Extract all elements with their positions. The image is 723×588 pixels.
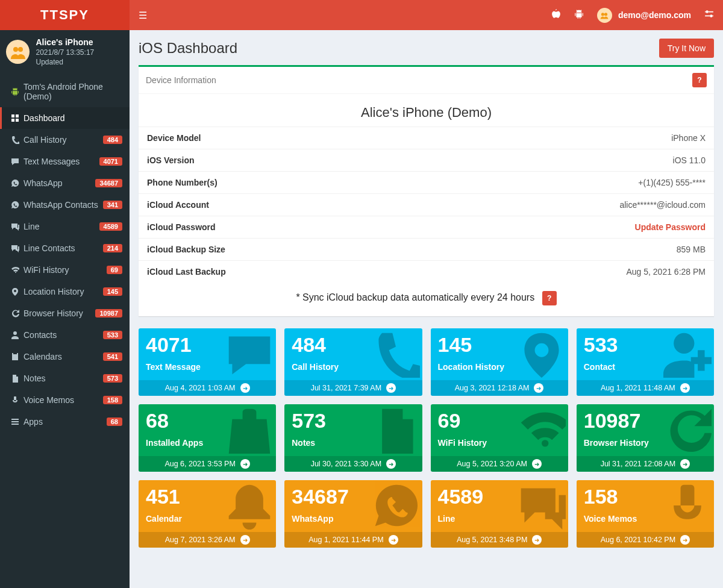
grid-icon (9, 114, 21, 122)
sidebar-item-label: Browser History (21, 308, 95, 318)
card-date: Aug 6, 2021 10:42 PM (601, 536, 675, 544)
card-date: Aug 5, 2021 3:20 AM (457, 460, 527, 468)
box-header: Device Information ? (139, 67, 714, 94)
brand-logo[interactable]: TTSPY (0, 0, 130, 30)
info-label: iCloud Account (139, 194, 416, 216)
sidebar-item-badge: 69 (107, 266, 122, 274)
whatsapp-icon (372, 481, 420, 537)
sync-note: * Sync iCloud backup data automatically … (139, 283, 714, 316)
card-call-history[interactable]: 484Call HistoryJul 31, 2021 7:39 AM➜ (284, 328, 422, 396)
sync-help-icon[interactable]: ? (542, 291, 557, 305)
sidebar-item-android-demo[interactable]: Tom's Android Phone (Demo) (0, 76, 130, 107)
card-installed-apps[interactable]: 68Installed AppsAug 6, 2021 3:53 PM➜ (139, 404, 276, 472)
cards-row: 4071Text MessageAug 4, 2021 1:03 AM➜484C… (134, 328, 718, 556)
info-label: iCloud Backup Size (139, 239, 416, 261)
info-row: iCloud PasswordUpdate Password (139, 216, 714, 239)
card-whatsapp[interactable]: 34687WhatsAppAug 1, 2021 11:44 PM➜ (284, 480, 422, 548)
map-pin-icon (9, 287, 21, 296)
help-icon[interactable]: ? (692, 73, 707, 87)
main-sidebar: Alice's iPhone 2021/8/7 13:35:17 Updated… (0, 30, 130, 588)
device-title: Alice's iPhone (Demo) (139, 94, 714, 127)
card-text-message[interactable]: 4071Text MessageAug 4, 2021 1:03 AM➜ (139, 328, 276, 396)
android-icon[interactable] (574, 9, 584, 21)
sidebar-item-badge: 533 (103, 331, 122, 339)
sidebar-item-location-history[interactable]: Location History145 (0, 281, 130, 302)
sidebar-item-notes[interactable]: Notes573 (0, 367, 130, 389)
sidebar-item-whatsapp[interactable]: WhatsApp34687 (0, 172, 130, 194)
svg-point-2 (706, 10, 709, 13)
sidebar-item-call-history[interactable]: Call History484 (0, 129, 130, 151)
sidebar-item-wifi-history[interactable]: WiFi History69 (0, 259, 130, 281)
card-wifi-history[interactable]: 69WiFi HistoryAug 5, 2021 3:20 AM➜ (431, 404, 568, 472)
card-notes[interactable]: 573NotesJul 30, 2021 3:30 AM➜ (284, 404, 422, 472)
sidebar-item-badge: 10987 (95, 309, 122, 317)
chat-icon (518, 481, 566, 537)
sidebar-item-apps[interactable]: Apps68 (0, 411, 130, 433)
sidebar-item-label: WhatsApp (21, 178, 95, 188)
device-info-table: Device ModeliPhone XiOS VersioniOS 11.0P… (139, 127, 714, 283)
device-panel[interactable]: Alice's iPhone 2021/8/7 13:35:17 Updated (0, 30, 130, 74)
sidebar-item-badge: 484 (103, 136, 122, 144)
sidebar-item-text-messages[interactable]: Text Messages4071 (0, 151, 130, 172)
info-row: iCloud Backup Size859 MB (139, 239, 714, 261)
update-password-link[interactable]: Update Password (635, 222, 706, 232)
map-pin-icon (518, 330, 566, 385)
sidebar-item-badge: 68 (107, 418, 122, 426)
try-it-now-button[interactable]: Try It Now (659, 39, 714, 58)
svg-point-5 (18, 47, 23, 52)
sidebar-item-badge: 34687 (95, 179, 122, 187)
card-date: Aug 3, 2021 12:18 AM (455, 384, 530, 392)
sidebar-item-label: Calendars (21, 352, 103, 361)
content-wrapper: iOS Dashboard Try It Now Device Informat… (130, 30, 723, 556)
sidebar-item-badge: 541 (103, 352, 122, 361)
svg-point-0 (601, 13, 604, 16)
card-calendar[interactable]: 451CalendarAug 7, 2021 3:26 AM➜ (139, 480, 276, 548)
info-value: iPhone X (416, 127, 714, 149)
refresh-icon (663, 405, 712, 461)
device-name: Alice's iPhone (36, 37, 122, 47)
apple-icon[interactable] (551, 9, 561, 21)
user-email: demo@demo.com (618, 10, 691, 20)
card-voice-memos[interactable]: 158Voice MemosAug 6, 2021 10:42 PM➜ (577, 480, 714, 548)
sidebar-item-label: Text Messages (21, 157, 99, 166)
info-row: Device ModeliPhone X (139, 127, 714, 149)
sidebar-item-badge: 4589 (99, 222, 122, 231)
sidebar-item-voice-memos[interactable]: Voice Memos158 (0, 389, 130, 411)
sidebar-item-whatsapp-contacts[interactable]: WhatsApp Contacts341 (0, 194, 130, 216)
sidebar-item-dashboard[interactable]: Dashboard (0, 107, 130, 129)
android-dot-icon (9, 87, 21, 96)
sidebar-item-contacts[interactable]: Contacts533 (0, 324, 130, 346)
file-icon (9, 374, 21, 383)
bell-icon (225, 481, 274, 537)
sidebar-item-label: Call History (21, 135, 103, 145)
info-row: iCloud Last BackupAug 5, 2021 6:28 PM (139, 261, 714, 283)
sidebar-item-badge: 214 (103, 244, 122, 252)
card-line[interactable]: 4589LineAug 5, 2021 3:48 PM➜ (431, 480, 568, 548)
sidebar-item-label: Location History (21, 287, 103, 296)
card-location-history[interactable]: 145Location HistoryAug 3, 2021 12:18 AM➜ (431, 328, 568, 396)
sidebar-item-line-contacts[interactable]: Line Contacts214 (0, 237, 130, 259)
settings-icon[interactable] (704, 9, 714, 21)
sidebar-item-label: Dashboard (21, 113, 122, 123)
info-value: Update Password (416, 216, 714, 239)
card-browser-history[interactable]: 10987Browser HistoryJul 31, 2021 12:08 A… (577, 404, 714, 472)
sidebar-item-browser-history[interactable]: Browser History10987 (0, 302, 130, 324)
card-contact[interactable]: 533ContactAug 1, 2021 11:48 AM➜ (577, 328, 714, 396)
sidebar-item-calendars[interactable]: Calendars541 (0, 346, 130, 367)
user-menu[interactable]: demo@demo.com (597, 8, 691, 23)
sidebar-item-badge: 341 (103, 201, 122, 209)
sidebar-item-label: WhatsApp Contacts (21, 200, 103, 210)
info-value: iOS 11.0 (416, 149, 714, 172)
sidebar-item-label: Tom's Android Phone (Demo) (21, 82, 122, 101)
sidebar-toggle-icon[interactable]: ☰ (139, 10, 147, 21)
whatsapp-icon (9, 179, 21, 187)
info-value: 859 MB (416, 239, 714, 261)
info-row: iOS VersioniOS 11.0 (139, 149, 714, 172)
navbar-right: demo@demo.com (551, 8, 714, 23)
info-row: iCloud Accountalice******@icloud.com (139, 194, 714, 216)
sidebar-item-line[interactable]: Line4589 (0, 216, 130, 237)
card-date: Aug 4, 2021 1:03 AM (165, 384, 236, 392)
comment-icon (9, 157, 21, 166)
info-value: alice******@icloud.com (416, 194, 714, 216)
card-date: Jul 30, 2021 3:30 AM (311, 460, 381, 468)
